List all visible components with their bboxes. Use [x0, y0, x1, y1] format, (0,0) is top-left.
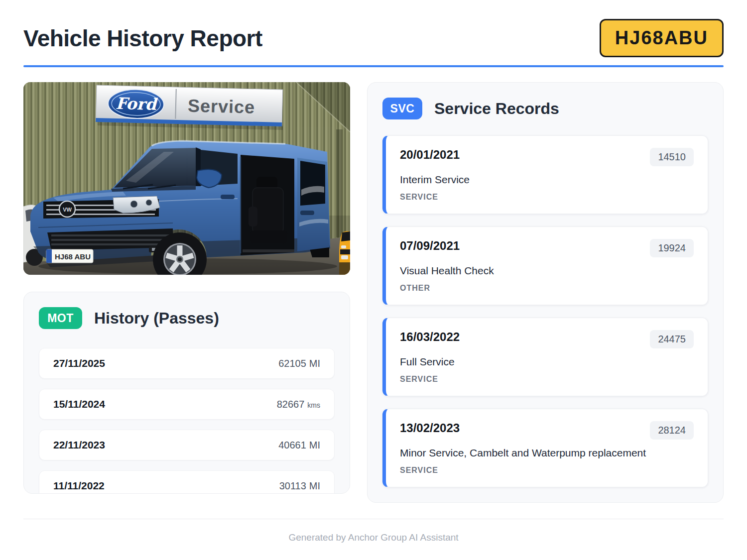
vehicle-photo: Ford Service	[23, 82, 350, 275]
mot-date: 22/11/2023	[53, 439, 105, 451]
mot-panel-title: History (Passes)	[94, 309, 219, 328]
service-mileage-chip: 19924	[650, 239, 694, 257]
van-door-handle	[221, 195, 235, 199]
service-record-card: 16/03/2022 24475 Full Service SERVICE	[382, 318, 708, 396]
mot-rows: 27/11/2025 62105MI 15/11/2024 82667kms 2…	[39, 348, 335, 494]
service-mileage-chip: 14510	[650, 148, 694, 166]
ford-logo-text: Ford	[116, 94, 158, 114]
service-description: Interim Service	[400, 174, 694, 186]
service-category: SERVICE	[400, 466, 694, 475]
van-plate-text: HJ68 ABU	[55, 252, 91, 261]
service-date: 20/01/2021	[400, 148, 460, 162]
mot-mileage: 82667kms	[277, 399, 320, 410]
service-record-card: 13/02/2023 28124 Minor Service, Cambelt …	[382, 409, 708, 487]
van-open-doorway	[241, 155, 294, 255]
service-description: Minor Service, Cambelt and Waterpump rep…	[400, 447, 694, 459]
mot-row: 22/11/2023 40661MI	[39, 430, 335, 460]
service-category: OTHER	[400, 284, 694, 293]
mot-row: 11/11/2022 30113MI	[39, 470, 335, 494]
mot-mileage: 30113MI	[279, 480, 320, 492]
ford-service-sign: Ford Service	[96, 85, 284, 130]
mot-badge: MOT	[39, 307, 82, 329]
mot-history-panel: MOT History (Passes) 27/11/2025 62105MI …	[23, 292, 350, 494]
service-sign-text: Service	[188, 95, 255, 117]
service-records-panel: SVC Service Records 20/01/2021 14510 Int…	[367, 82, 724, 503]
vw-badge-text: VW	[63, 207, 72, 213]
mot-row: 27/11/2025 62105MI	[39, 348, 335, 379]
service-record-card: 07/09/2021 19924 Visual Health Check OTH…	[382, 226, 708, 305]
footer-divider	[23, 519, 724, 519]
yellow-vehicle	[339, 231, 350, 275]
left-column: Ford Service	[23, 82, 350, 503]
service-panel-header: SVC Service Records	[382, 98, 708, 119]
mot-date: 15/11/2024	[53, 398, 105, 410]
service-description: Visual Health Check	[400, 265, 694, 277]
service-mileage-chip: 24475	[650, 330, 694, 348]
main-content: Ford Service	[23, 82, 724, 503]
service-panel-title: Service Records	[434, 100, 559, 118]
mot-mileage: 62105MI	[278, 358, 320, 369]
header: Vehicle History Report HJ68ABU	[23, 0, 724, 57]
van-front-plate: HJ68 ABU	[46, 249, 93, 263]
vehicle-history-report-page: Vehicle History Report HJ68ABU	[0, 0, 747, 560]
service-record-card: 20/01/2021 14510 Interim Service SERVICE	[382, 135, 708, 214]
service-mileage-chip: 28124	[650, 421, 694, 440]
mot-date: 27/11/2025	[53, 357, 105, 369]
van-sliding-door	[297, 158, 329, 257]
service-cards: 20/01/2021 14510 Interim Service SERVICE…	[382, 135, 708, 487]
vehicle-photo-art: Ford Service	[23, 82, 350, 275]
service-date: 13/02/2023	[400, 421, 460, 435]
header-divider	[23, 65, 724, 67]
footer-text: Generated by Anchor Group AI Assistant	[23, 532, 724, 543]
service-date: 07/09/2021	[400, 239, 460, 253]
service-category: SERVICE	[400, 193, 694, 202]
svc-badge: SVC	[382, 98, 422, 119]
mot-mileage: 40661MI	[278, 440, 320, 451]
mot-panel-header: MOT History (Passes)	[39, 307, 335, 329]
registration-plate: HJ68ABU	[600, 19, 724, 57]
service-category: SERVICE	[400, 375, 694, 384]
mot-row: 15/11/2024 82667kms	[39, 389, 335, 420]
service-date: 16/03/2022	[400, 330, 460, 344]
service-description: Full Service	[400, 356, 694, 368]
page-title: Vehicle History Report	[23, 25, 262, 52]
mot-date: 11/11/2022	[53, 480, 105, 492]
